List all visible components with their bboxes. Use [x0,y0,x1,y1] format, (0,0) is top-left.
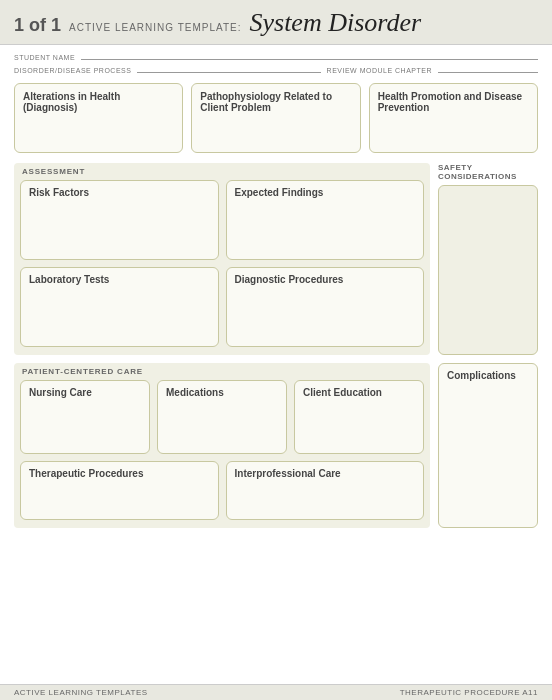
pathophysiology-label: Pathophysiology Related to Client Proble… [200,91,332,113]
assessment-label: ASSESSMENT [20,167,424,176]
page-title: System Disorder [249,8,421,38]
patient-grid-bottom: Therapeutic Procedures Interprofessional… [20,461,424,520]
expected-findings-box: Expected Findings [226,180,425,260]
interprofessional-care-label: Interprofessional Care [235,468,341,479]
assessment-grid: Risk Factors Expected Findings Laborator… [20,180,424,347]
review-label: REVIEW MODULE CHAPTER [327,67,432,74]
footer-right: THERAPEUTIC PROCEDURE A11 [400,688,538,697]
student-name-label: STUDENT NAME [14,54,75,61]
complications-label: Complications [447,370,516,381]
alterations-label: Alterations in Health (Diagnosis) [23,91,120,113]
assessment-main: ASSESSMENT Risk Factors Expected Finding… [14,163,430,355]
safety-content [438,185,538,355]
patient-grid-top: Nursing Care Medications Client Educatio… [20,380,424,454]
patient-care-label: PATIENT-CENTERED CARE [20,367,424,376]
assessment-section: ASSESSMENT Risk Factors Expected Finding… [0,159,552,359]
disorder-label: DISORDER/DISEASE PROCESS [14,67,131,74]
health-promotion-box: Health Promotion and Disease Prevention [369,83,538,153]
diagnostic-procedures-label: Diagnostic Procedures [235,274,344,285]
safety-panel: SAFETY CONSIDERATIONS [438,163,538,355]
footer-left: ACTIVE LEARNING TEMPLATES [14,688,148,697]
expected-findings-label: Expected Findings [235,187,324,198]
therapeutic-procedures-label: Therapeutic Procedures [29,468,143,479]
pathophysiology-box: Pathophysiology Related to Client Proble… [191,83,360,153]
page-number: 1 of 1 [14,15,61,36]
nursing-care-label: Nursing Care [29,387,92,398]
review-line [438,63,538,73]
header: 1 of 1 ACTIVE LEARNING TEMPLATE: System … [0,0,552,45]
laboratory-tests-label: Laboratory Tests [29,274,109,285]
student-name-line [81,50,538,60]
complications-section: Complications [438,363,538,528]
therapeutic-procedures-box: Therapeutic Procedures [20,461,219,520]
client-education-label: Client Education [303,387,382,398]
medications-label: Medications [166,387,224,398]
patient-main: PATIENT-CENTERED CARE Nursing Care Medic… [14,363,430,528]
interprofessional-care-box: Interprofessional Care [226,461,425,520]
complications-box: Complications [438,363,538,528]
alterations-box: Alterations in Health (Diagnosis) [14,83,183,153]
risk-factors-box: Risk Factors [20,180,219,260]
disorder-line [137,63,320,73]
laboratory-tests-box: Laboratory Tests [20,267,219,347]
info-bar: STUDENT NAME DISORDER/DISEASE PROCESS RE… [0,45,552,77]
template-label: ACTIVE LEARNING TEMPLATE: [69,22,241,33]
health-promotion-label: Health Promotion and Disease Prevention [378,91,522,113]
assessment-bg: ASSESSMENT Risk Factors Expected Finding… [14,163,430,355]
risk-factors-label: Risk Factors [29,187,89,198]
client-education-box: Client Education [294,380,424,454]
medications-box: Medications [157,380,287,454]
patient-bg: PATIENT-CENTERED CARE Nursing Care Medic… [14,363,430,528]
safety-label: SAFETY CONSIDERATIONS [438,163,538,181]
top-boxes: Alterations in Health (Diagnosis) Pathop… [0,77,552,159]
nursing-care-box: Nursing Care [20,380,150,454]
patient-section: PATIENT-CENTERED CARE Nursing Care Medic… [0,359,552,532]
footer: ACTIVE LEARNING TEMPLATES THERAPEUTIC PR… [0,684,552,700]
diagnostic-procedures-box: Diagnostic Procedures [226,267,425,347]
